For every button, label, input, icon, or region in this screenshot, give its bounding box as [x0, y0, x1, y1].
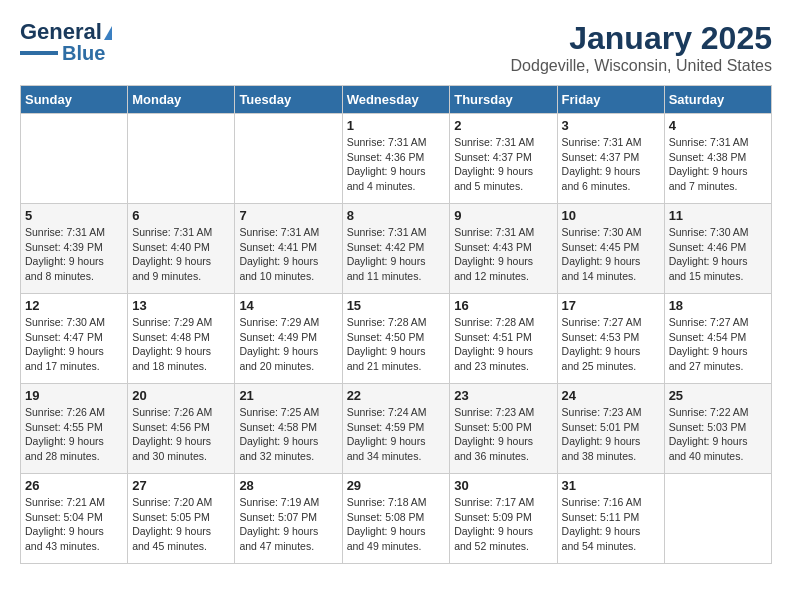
- page-title: January 2025: [511, 20, 772, 57]
- calendar-cell: 4Sunrise: 7:31 AM Sunset: 4:38 PM Daylig…: [664, 114, 771, 204]
- day-info: Sunrise: 7:29 AM Sunset: 4:49 PM Dayligh…: [239, 315, 337, 374]
- logo-blue: Blue: [62, 42, 105, 64]
- weekday-header-saturday: Saturday: [664, 86, 771, 114]
- day-info: Sunrise: 7:31 AM Sunset: 4:37 PM Dayligh…: [562, 135, 660, 194]
- day-number: 15: [347, 298, 446, 313]
- day-number: 22: [347, 388, 446, 403]
- logo: General Blue: [20, 20, 112, 64]
- weekday-header-wednesday: Wednesday: [342, 86, 450, 114]
- calendar-cell: 10Sunrise: 7:30 AM Sunset: 4:45 PM Dayli…: [557, 204, 664, 294]
- day-info: Sunrise: 7:30 AM Sunset: 4:47 PM Dayligh…: [25, 315, 123, 374]
- day-number: 16: [454, 298, 552, 313]
- calendar-week-3: 12Sunrise: 7:30 AM Sunset: 4:47 PM Dayli…: [21, 294, 772, 384]
- calendar-cell: 26Sunrise: 7:21 AM Sunset: 5:04 PM Dayli…: [21, 474, 128, 564]
- day-info: Sunrise: 7:20 AM Sunset: 5:05 PM Dayligh…: [132, 495, 230, 554]
- calendar-cell: 16Sunrise: 7:28 AM Sunset: 4:51 PM Dayli…: [450, 294, 557, 384]
- day-number: 27: [132, 478, 230, 493]
- calendar-cell: 1Sunrise: 7:31 AM Sunset: 4:36 PM Daylig…: [342, 114, 450, 204]
- calendar-cell: 27Sunrise: 7:20 AM Sunset: 5:05 PM Dayli…: [128, 474, 235, 564]
- day-info: Sunrise: 7:31 AM Sunset: 4:37 PM Dayligh…: [454, 135, 552, 194]
- day-number: 8: [347, 208, 446, 223]
- calendar-cell: 7Sunrise: 7:31 AM Sunset: 4:41 PM Daylig…: [235, 204, 342, 294]
- calendar-week-5: 26Sunrise: 7:21 AM Sunset: 5:04 PM Dayli…: [21, 474, 772, 564]
- day-number: 24: [562, 388, 660, 403]
- day-number: 5: [25, 208, 123, 223]
- day-info: Sunrise: 7:31 AM Sunset: 4:41 PM Dayligh…: [239, 225, 337, 284]
- calendar-week-4: 19Sunrise: 7:26 AM Sunset: 4:55 PM Dayli…: [21, 384, 772, 474]
- day-number: 7: [239, 208, 337, 223]
- calendar-cell: [21, 114, 128, 204]
- day-info: Sunrise: 7:28 AM Sunset: 4:51 PM Dayligh…: [454, 315, 552, 374]
- day-info: Sunrise: 7:28 AM Sunset: 4:50 PM Dayligh…: [347, 315, 446, 374]
- weekday-header-friday: Friday: [557, 86, 664, 114]
- calendar-cell: 17Sunrise: 7:27 AM Sunset: 4:53 PM Dayli…: [557, 294, 664, 384]
- calendar-cell: 9Sunrise: 7:31 AM Sunset: 4:43 PM Daylig…: [450, 204, 557, 294]
- day-number: 2: [454, 118, 552, 133]
- day-number: 6: [132, 208, 230, 223]
- day-number: 13: [132, 298, 230, 313]
- day-info: Sunrise: 7:31 AM Sunset: 4:39 PM Dayligh…: [25, 225, 123, 284]
- calendar-cell: 5Sunrise: 7:31 AM Sunset: 4:39 PM Daylig…: [21, 204, 128, 294]
- calendar-cell: 24Sunrise: 7:23 AM Sunset: 5:01 PM Dayli…: [557, 384, 664, 474]
- day-info: Sunrise: 7:30 AM Sunset: 4:46 PM Dayligh…: [669, 225, 767, 284]
- day-number: 23: [454, 388, 552, 403]
- calendar-cell: 6Sunrise: 7:31 AM Sunset: 4:40 PM Daylig…: [128, 204, 235, 294]
- day-number: 17: [562, 298, 660, 313]
- calendar-cell: 14Sunrise: 7:29 AM Sunset: 4:49 PM Dayli…: [235, 294, 342, 384]
- day-info: Sunrise: 7:18 AM Sunset: 5:08 PM Dayligh…: [347, 495, 446, 554]
- calendar-cell: 13Sunrise: 7:29 AM Sunset: 4:48 PM Dayli…: [128, 294, 235, 384]
- weekday-header-thursday: Thursday: [450, 86, 557, 114]
- page-subtitle: Dodgeville, Wisconsin, United States: [511, 57, 772, 75]
- day-number: 18: [669, 298, 767, 313]
- calendar-cell: 19Sunrise: 7:26 AM Sunset: 4:55 PM Dayli…: [21, 384, 128, 474]
- day-info: Sunrise: 7:29 AM Sunset: 4:48 PM Dayligh…: [132, 315, 230, 374]
- day-info: Sunrise: 7:26 AM Sunset: 4:55 PM Dayligh…: [25, 405, 123, 464]
- day-number: 4: [669, 118, 767, 133]
- day-number: 21: [239, 388, 337, 403]
- day-info: Sunrise: 7:31 AM Sunset: 4:43 PM Dayligh…: [454, 225, 552, 284]
- calendar-cell: 29Sunrise: 7:18 AM Sunset: 5:08 PM Dayli…: [342, 474, 450, 564]
- page-header: General Blue January 2025 Dodgeville, Wi…: [20, 20, 772, 75]
- calendar-cell: 31Sunrise: 7:16 AM Sunset: 5:11 PM Dayli…: [557, 474, 664, 564]
- day-number: 11: [669, 208, 767, 223]
- day-number: 31: [562, 478, 660, 493]
- calendar-cell: 11Sunrise: 7:30 AM Sunset: 4:46 PM Dayli…: [664, 204, 771, 294]
- calendar-cell: [128, 114, 235, 204]
- day-number: 3: [562, 118, 660, 133]
- calendar-cell: 22Sunrise: 7:24 AM Sunset: 4:59 PM Dayli…: [342, 384, 450, 474]
- day-info: Sunrise: 7:31 AM Sunset: 4:42 PM Dayligh…: [347, 225, 446, 284]
- day-number: 19: [25, 388, 123, 403]
- weekday-header-tuesday: Tuesday: [235, 86, 342, 114]
- weekday-header-sunday: Sunday: [21, 86, 128, 114]
- day-info: Sunrise: 7:21 AM Sunset: 5:04 PM Dayligh…: [25, 495, 123, 554]
- logo-text: General: [20, 20, 112, 44]
- day-number: 9: [454, 208, 552, 223]
- calendar-cell: 23Sunrise: 7:23 AM Sunset: 5:00 PM Dayli…: [450, 384, 557, 474]
- calendar-cell: 18Sunrise: 7:27 AM Sunset: 4:54 PM Dayli…: [664, 294, 771, 384]
- day-info: Sunrise: 7:16 AM Sunset: 5:11 PM Dayligh…: [562, 495, 660, 554]
- weekday-header-monday: Monday: [128, 86, 235, 114]
- day-info: Sunrise: 7:19 AM Sunset: 5:07 PM Dayligh…: [239, 495, 337, 554]
- calendar-week-2: 5Sunrise: 7:31 AM Sunset: 4:39 PM Daylig…: [21, 204, 772, 294]
- calendar-cell: 20Sunrise: 7:26 AM Sunset: 4:56 PM Dayli…: [128, 384, 235, 474]
- day-info: Sunrise: 7:31 AM Sunset: 4:36 PM Dayligh…: [347, 135, 446, 194]
- weekday-header-row: SundayMondayTuesdayWednesdayThursdayFrid…: [21, 86, 772, 114]
- day-number: 25: [669, 388, 767, 403]
- calendar-cell: 25Sunrise: 7:22 AM Sunset: 5:03 PM Dayli…: [664, 384, 771, 474]
- calendar-table: SundayMondayTuesdayWednesdayThursdayFrid…: [20, 85, 772, 564]
- calendar-cell: 3Sunrise: 7:31 AM Sunset: 4:37 PM Daylig…: [557, 114, 664, 204]
- calendar-cell: 28Sunrise: 7:19 AM Sunset: 5:07 PM Dayli…: [235, 474, 342, 564]
- calendar-cell: 15Sunrise: 7:28 AM Sunset: 4:50 PM Dayli…: [342, 294, 450, 384]
- day-number: 29: [347, 478, 446, 493]
- day-number: 30: [454, 478, 552, 493]
- day-number: 26: [25, 478, 123, 493]
- day-info: Sunrise: 7:17 AM Sunset: 5:09 PM Dayligh…: [454, 495, 552, 554]
- day-info: Sunrise: 7:30 AM Sunset: 4:45 PM Dayligh…: [562, 225, 660, 284]
- day-info: Sunrise: 7:27 AM Sunset: 4:53 PM Dayligh…: [562, 315, 660, 374]
- day-number: 10: [562, 208, 660, 223]
- day-info: Sunrise: 7:25 AM Sunset: 4:58 PM Dayligh…: [239, 405, 337, 464]
- day-number: 28: [239, 478, 337, 493]
- calendar-cell: 21Sunrise: 7:25 AM Sunset: 4:58 PM Dayli…: [235, 384, 342, 474]
- calendar-cell: 12Sunrise: 7:30 AM Sunset: 4:47 PM Dayli…: [21, 294, 128, 384]
- day-number: 12: [25, 298, 123, 313]
